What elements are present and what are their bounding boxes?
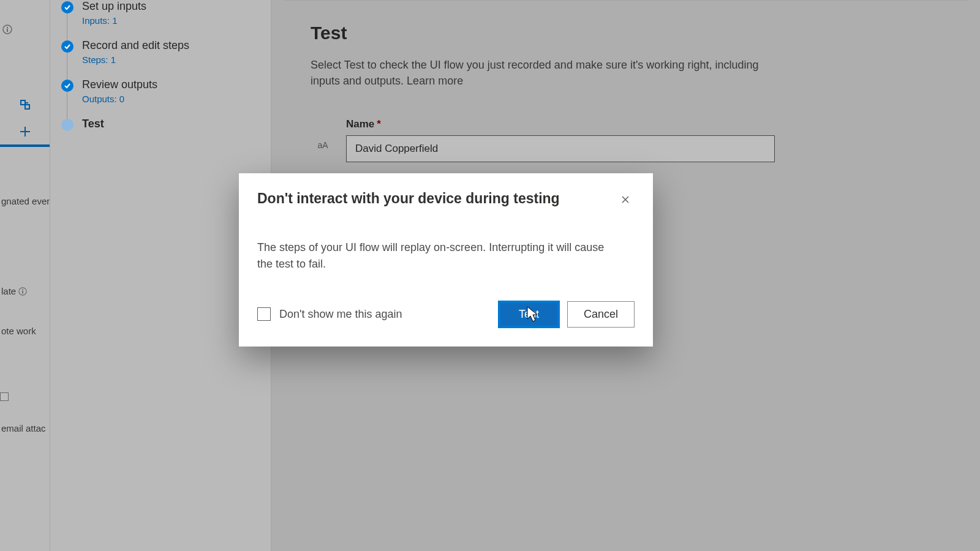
check-icon [61, 1, 74, 13]
close-icon [620, 195, 630, 204]
dialog-title: Don't interact with your device during t… [257, 190, 560, 207]
dont-show-label: Don't show me this again [279, 308, 402, 321]
test-button[interactable]: Test [498, 301, 560, 328]
dialog-body: The steps of your UI flow will replay on… [239, 209, 625, 279]
check-icon [61, 40, 74, 53]
dont-show-again[interactable]: Don't show me this again [257, 307, 402, 321]
current-step-icon [61, 119, 74, 131]
close-button[interactable] [616, 190, 635, 209]
modal-overlay: Don't interact with your device during t… [0, 0, 980, 551]
dialog-test-warning: Don't interact with your device during t… [239, 173, 653, 347]
cancel-button[interactable]: Cancel [567, 301, 635, 328]
checkbox-icon[interactable] [257, 307, 271, 321]
check-icon [61, 80, 74, 92]
